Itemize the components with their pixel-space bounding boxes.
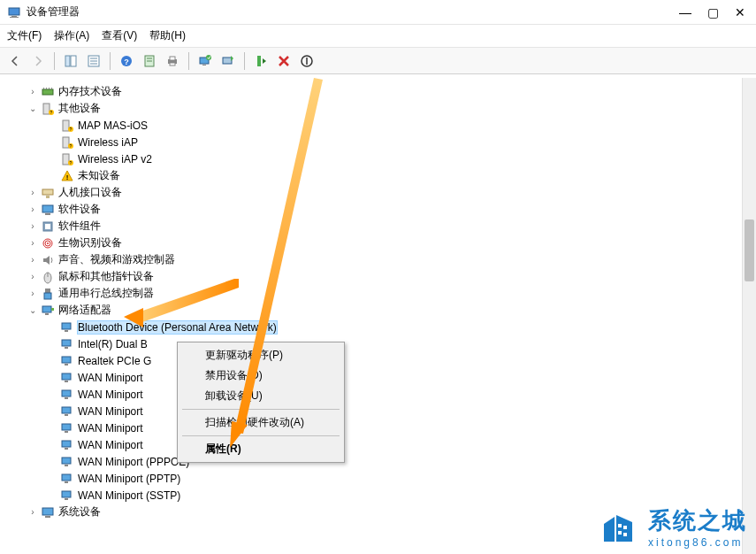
- tree-item-wan-miniport[interactable]: WAN Miniport: [11, 419, 756, 436]
- network-adapter-icon: [60, 371, 74, 385]
- svg-rect-25: [46, 88, 47, 89]
- toolbar: ?: [0, 48, 756, 74]
- tree-item-unknown-device[interactable]: ! 未知设备: [11, 167, 756, 184]
- software-component-icon: [41, 219, 55, 234]
- title-bar: 设备管理器 — ▢ ✕: [0, 0, 756, 25]
- svg-rect-80: [45, 516, 50, 518]
- chevron-right-icon[interactable]: ›: [27, 289, 39, 298]
- help-button[interactable]: ?: [117, 51, 136, 71]
- unknown-device-icon: ?: [60, 152, 74, 166]
- svg-rect-68: [65, 414, 68, 416]
- tree-item-wan-sstp[interactable]: WAN Miniport (SSTP): [11, 487, 756, 504]
- chevron-right-icon[interactable]: ›: [27, 507, 39, 517]
- vertical-scrollbar[interactable]: [742, 78, 756, 554]
- software-device-icon: [41, 203, 55, 217]
- back-button[interactable]: [5, 51, 25, 71]
- svg-rect-23: [42, 89, 53, 95]
- scrollbar-thumb[interactable]: [745, 219, 754, 281]
- menu-view[interactable]: 查看(V): [102, 28, 137, 43]
- tree-item-bluetooth-pan[interactable]: Bluetooth Device (Personal Area Network): [11, 319, 756, 335]
- tree-item-wan-pptp[interactable]: WAN Miniport (PPTP): [11, 470, 756, 487]
- svg-rect-44: [45, 213, 50, 215]
- update-driver-toolbar-button[interactable]: [218, 51, 238, 71]
- tree-item-sound-video-game[interactable]: › 声音、视频和游戏控制器: [11, 251, 756, 268]
- menu-item-scan-hardware[interactable]: 扫描检测硬件改动(A): [180, 412, 341, 433]
- svg-rect-85: [618, 524, 622, 527]
- network-adapter-icon: [60, 421, 74, 435]
- chevron-down-icon[interactable]: ⌄: [27, 104, 39, 113]
- tree-item-mouse-pointer[interactable]: › 鼠标和其他指针设备: [11, 268, 756, 285]
- svg-rect-67: [62, 407, 71, 413]
- menu-separator: [182, 409, 340, 410]
- scan-hardware-button[interactable]: [195, 51, 215, 71]
- chevron-right-icon[interactable]: ›: [27, 204, 39, 214]
- tree-item-label: 软件组件: [58, 219, 101, 234]
- svg-rect-24: [43, 88, 44, 89]
- chevron-right-icon[interactable]: ›: [27, 272, 39, 281]
- tree-item-wan-pppoe[interactable]: WAN Miniport (PPPOE): [11, 453, 756, 470]
- close-button[interactable]: ✕: [735, 5, 745, 19]
- svg-text:?: ?: [124, 58, 129, 66]
- minimize-button[interactable]: —: [679, 5, 691, 19]
- tree-item-map-mas-ios[interactable]: ? MAP MAS-iOS: [11, 117, 756, 134]
- tree-item-wan-miniport[interactable]: WAN Miniport: [11, 436, 756, 453]
- svg-rect-43: [42, 205, 53, 212]
- chevron-right-icon[interactable]: ›: [27, 188, 39, 197]
- menu-action[interactable]: 操作(A): [54, 28, 89, 43]
- chevron-right-icon[interactable]: ›: [27, 87, 39, 96]
- menu-item-uninstall-device[interactable]: 卸载设备(U): [180, 386, 341, 406]
- menu-item-update-driver[interactable]: 更新驱动程序(P): [180, 345, 341, 365]
- tree-item-wan-miniport[interactable]: WAN Miniport: [11, 403, 756, 419]
- details-button[interactable]: [84, 51, 103, 71]
- context-menu: 更新驱动程序(P) 禁用设备(D) 卸载设备(U) 扫描检测硬件改动(A) 属性…: [177, 342, 345, 463]
- watermark: 系统之城 xitong86.com: [597, 505, 747, 549]
- print-button[interactable]: [163, 51, 182, 71]
- tree-item-memory-tech[interactable]: › 内存技术设备: [11, 83, 756, 100]
- tree-item-label: Wireless iAP v2: [78, 153, 152, 165]
- chevron-right-icon[interactable]: ›: [27, 221, 39, 231]
- tree-item-intel-dual[interactable]: Intel(R) Dual B: [11, 335, 756, 352]
- disable-toolbar-button[interactable]: [297, 51, 317, 71]
- menu-item-properties[interactable]: 属性(R): [180, 439, 341, 459]
- chevron-right-icon[interactable]: ›: [27, 238, 39, 248]
- svg-text:?: ?: [70, 143, 73, 149]
- toolbar-separator: [54, 52, 55, 70]
- tree-item-wan-miniport[interactable]: WAN Miniport: [11, 369, 756, 386]
- tree-item-software-devices[interactable]: › 软件设备: [11, 201, 756, 218]
- menu-file[interactable]: 文件(F): [7, 28, 42, 43]
- svg-rect-74: [65, 465, 68, 466]
- svg-rect-71: [62, 441, 71, 447]
- chevron-right-icon[interactable]: ›: [27, 255, 39, 265]
- tree-item-label: 系统设备: [58, 504, 101, 519]
- svg-rect-76: [65, 481, 68, 483]
- tree-item-biometric[interactable]: › 生物识别设备: [11, 235, 756, 251]
- properties-toolbar-button[interactable]: [140, 51, 159, 71]
- maximize-button[interactable]: ▢: [707, 5, 719, 19]
- tree-item-other-devices[interactable]: ⌄ ? 其他设备: [11, 100, 756, 117]
- svg-rect-0: [9, 8, 19, 15]
- enable-device-button[interactable]: [251, 51, 271, 71]
- menu-item-disable-device[interactable]: 禁用设备(D): [180, 365, 341, 386]
- tree-item-software-components[interactable]: › 软件组件: [11, 218, 756, 235]
- tree-item-wireless-iap-v2[interactable]: ? Wireless iAP v2: [11, 150, 756, 167]
- svg-rect-56: [51, 308, 54, 311]
- svg-text:?: ?: [50, 110, 53, 115]
- tree-item-usb-controllers[interactable]: › 通用串行总线控制器: [11, 285, 756, 302]
- show-hide-tree-button[interactable]: [61, 51, 80, 71]
- uninstall-toolbar-button[interactable]: [274, 51, 294, 71]
- network-adapter-icon: [60, 404, 74, 419]
- window-controls: — ▢ ✕: [679, 5, 749, 19]
- svg-rect-88: [623, 533, 627, 536]
- device-tree[interactable]: › 内存技术设备 ⌄ ? 其他设备 ? MAP MAS-iOS ? Wirele…: [0, 78, 756, 526]
- forward-button[interactable]: [28, 51, 48, 71]
- device-tree-container: › 内存技术设备 ⌄ ? 其他设备 ? MAP MAS-iOS ? Wirele…: [0, 78, 756, 554]
- tree-item-network-adapters[interactable]: ⌄ 网络适配器: [11, 302, 756, 319]
- tree-item-wan-miniport[interactable]: WAN Miniport: [11, 386, 756, 403]
- tree-item-hid[interactable]: › 人机接口设备: [11, 184, 756, 201]
- menu-separator: [182, 435, 340, 436]
- chevron-down-icon[interactable]: ⌄: [27, 305, 39, 315]
- menu-help[interactable]: 帮助(H): [149, 28, 186, 43]
- svg-rect-70: [65, 431, 68, 433]
- tree-item-wireless-iap[interactable]: ? Wireless iAP: [11, 134, 756, 150]
- tree-item-realtek[interactable]: Realtek PCIe G: [11, 352, 756, 369]
